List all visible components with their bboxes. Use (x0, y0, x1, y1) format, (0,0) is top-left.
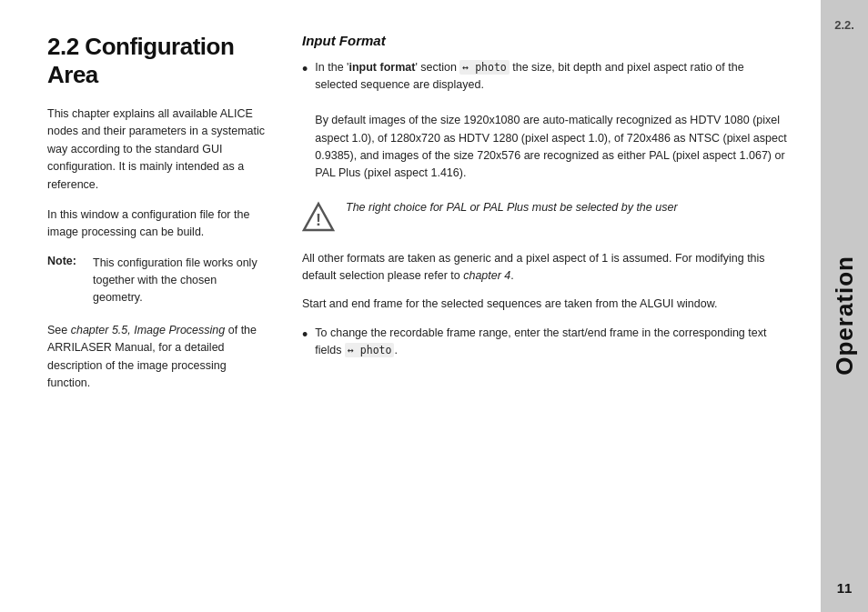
generic1-prefix: All other formats are taken as generic a… (302, 252, 765, 282)
generic1-end: . (510, 269, 513, 282)
b1-prefix: In the ' (315, 61, 348, 74)
section-title: Input Format (302, 33, 788, 48)
b2-suffix: . (394, 344, 397, 356)
sidebar: 2.2. Operation 11 (821, 0, 868, 612)
svg-text:!: ! (316, 211, 321, 229)
see-prefix: See (47, 324, 71, 336)
main-content: 2.2 Configuration Area This chapter expl… (0, 0, 821, 612)
bullet-dot-2: • (302, 325, 308, 360)
see-text: See chapter 5.5, Image Processing of the… (47, 322, 267, 393)
note-label: Note: (47, 255, 82, 307)
b1-detail: By default images of the size 1920x1080 … (315, 114, 786, 179)
b1-bold: input format (348, 61, 415, 74)
b1-suffix-pre: ' section (415, 61, 459, 74)
see-italic: chapter 5.5, Image Processing (71, 324, 226, 336)
bullet-text-1: In the 'input format' section ↔ photo th… (315, 59, 788, 183)
b1-photo-ref: ↔ photo (459, 60, 509, 75)
sidebar-chapter-label: 2.2. (834, 18, 854, 32)
generic1-italic: chapter 4 (463, 269, 510, 282)
sidebar-section-label: Operation (831, 256, 859, 376)
bullet-text-2: To change the recordable frame range, en… (315, 325, 788, 360)
generic-paragraph-1: All other formats are taken as generic a… (302, 250, 788, 286)
right-column: Input Format • In the 'input format' sec… (293, 33, 788, 579)
intro-paragraph-1: This chapter explains all available ALIC… (47, 105, 267, 194)
bullet-item-1: • In the 'input format' section ↔ photo … (302, 59, 788, 183)
intro-paragraph-2: In this window a configuration file for … (47, 206, 267, 242)
warning-box: ! The right choice for PAL or PAL Plus m… (302, 196, 788, 237)
b2-photo-ref: ↔ photo (345, 343, 394, 357)
bullet-dot-1: • (302, 59, 308, 183)
generic-paragraph-2: Start and end frame for the selected seq… (302, 296, 788, 313)
note-text: This configuration file works only toget… (93, 255, 267, 307)
bullet-item-2: • To change the recordable frame range, … (302, 325, 788, 360)
page-number: 11 (837, 580, 853, 596)
note-block: Note: This configuration file works only… (47, 255, 267, 307)
left-column: 2.2 Configuration Area This chapter expl… (47, 33, 293, 579)
warning-text: The right choice for PAL or PAL Plus mus… (346, 199, 678, 216)
warning-icon: ! (302, 201, 335, 234)
page-title: 2.2 Configuration Area (47, 33, 267, 89)
